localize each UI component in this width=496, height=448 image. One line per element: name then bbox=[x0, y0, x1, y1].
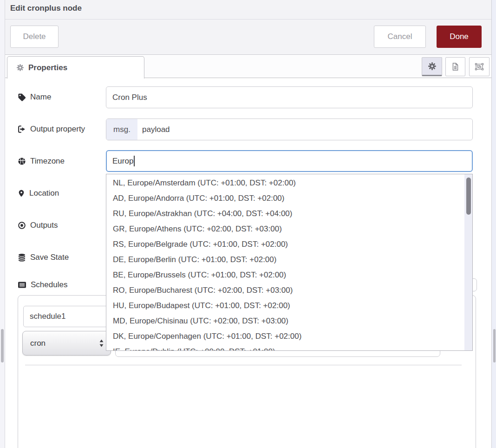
sign-out-icon bbox=[18, 125, 26, 133]
name-input[interactable] bbox=[106, 86, 473, 108]
output-property-input[interactable]: msg. payload bbox=[106, 119, 473, 140]
timezone-option[interactable]: NL, Europe/Amsterdam (UTC: +01:00, DST: … bbox=[106, 175, 472, 191]
tab-properties[interactable]: Properties bbox=[7, 56, 144, 79]
timezone-option[interactable]: BE, Europe/Brussels (UTC: +01:00, DST: +… bbox=[106, 267, 472, 283]
save-state-label: Save State bbox=[18, 251, 69, 264]
globe-icon bbox=[18, 157, 26, 165]
timezone-input[interactable]: Europ bbox=[106, 150, 473, 172]
timezone-option[interactable]: GR, Europe/Athens (UTC: +02:00, DST: +03… bbox=[106, 221, 472, 237]
timezone-option[interactable]: RS, Europe/Belgrade (UTC: +01:00, DST: +… bbox=[106, 237, 472, 252]
right-scrollbar-thumb[interactable] bbox=[493, 329, 496, 362]
timezone-option[interactable]: RU, Europe/Astrakhan (UTC: +04:00, DST: … bbox=[106, 206, 472, 221]
timezone-option[interactable]: RO, Europe/Bucharest (UTC: +02:00, DST: … bbox=[106, 283, 472, 298]
timezone-option[interactable]: IE, Europe/Dublin (UTC: +00:00, DST: +01… bbox=[106, 344, 472, 351]
tab-properties-label: Properties bbox=[28, 63, 67, 72]
map-marker-icon bbox=[18, 189, 25, 198]
schedules-label: Schedules bbox=[18, 279, 67, 291]
node-appearance-button[interactable] bbox=[469, 57, 489, 76]
dropdown-scrollbar[interactable] bbox=[464, 174, 472, 350]
gear-icon bbox=[16, 64, 24, 72]
location-label: Location bbox=[18, 187, 59, 199]
timezone-option[interactable]: AD, Europe/Andorra (UTC: +01:00, DST: +0… bbox=[106, 191, 472, 206]
timezone-label: Timezone bbox=[18, 155, 65, 167]
up-down-arrows-icon bbox=[98, 339, 104, 348]
schedule-type-select[interactable]: cron bbox=[22, 331, 111, 356]
schedule-type-value: cron bbox=[30, 339, 46, 348]
msg-prefix: msg. bbox=[106, 119, 137, 140]
dialog-header: Edit cronplus node bbox=[5, 0, 491, 20]
left-scrollbar-thumb[interactable] bbox=[1, 329, 4, 362]
database-icon bbox=[18, 253, 26, 262]
timezone-option[interactable]: MD, Europe/Chisinau (UTC: +02:00, DST: +… bbox=[106, 313, 472, 329]
output-property-label: Output property bbox=[18, 123, 85, 135]
list-icon bbox=[18, 281, 26, 289]
schedule-divider bbox=[25, 365, 462, 365]
timezone-dropdown: NL, Europe/Amsterdam (UTC: +01:00, DST: … bbox=[106, 174, 473, 351]
document-icon bbox=[451, 62, 460, 71]
node-description-button[interactable] bbox=[445, 57, 465, 76]
gear-icon bbox=[428, 62, 437, 71]
dropdown-scrollbar-thumb[interactable] bbox=[466, 178, 471, 215]
right-edge-strip bbox=[491, 0, 496, 448]
timezone-input-value: Europ bbox=[112, 157, 133, 166]
name-label: Name bbox=[18, 91, 51, 103]
delete-button[interactable]: Delete bbox=[10, 26, 59, 48]
appearance-icon bbox=[475, 62, 484, 71]
done-button[interactable]: Done bbox=[437, 26, 482, 48]
outputs-label: Outputs bbox=[18, 219, 58, 231]
dialog-title: Edit cronplus node bbox=[10, 4, 82, 13]
dot-circle-icon bbox=[18, 221, 26, 230]
timezone-option[interactable]: DE, Europe/Berlin (UTC: +01:00, DST: +02… bbox=[106, 252, 472, 267]
text-caret bbox=[134, 156, 135, 166]
dialog-toolbar: Delete Cancel Done bbox=[5, 20, 491, 55]
tag-icon bbox=[18, 93, 26, 101]
timezone-option[interactable]: HU, Europe/Budapest (UTC: +01:00, DST: +… bbox=[106, 298, 472, 313]
cancel-button[interactable]: Cancel bbox=[374, 26, 426, 48]
left-edge-strip bbox=[0, 0, 5, 448]
node-settings-button[interactable] bbox=[422, 57, 442, 76]
output-property-value[interactable]: payload bbox=[137, 119, 170, 140]
timezone-option[interactable]: DK, Europe/Copenhagen (UTC: +01:00, DST:… bbox=[106, 329, 472, 344]
